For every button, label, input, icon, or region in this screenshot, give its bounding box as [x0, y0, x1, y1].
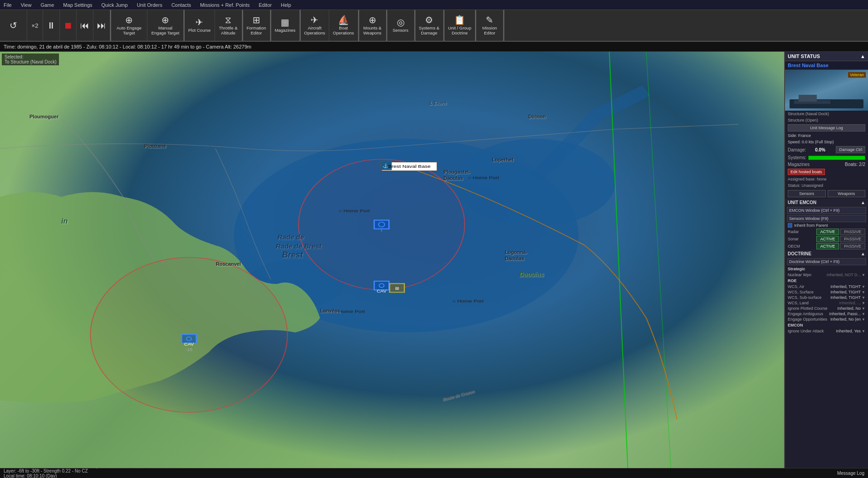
- engage-opportunities-row: Engage Opportunities Inherited, No (en ▼: [785, 317, 868, 322]
- sonar-active-button[interactable]: ACTIVE: [816, 236, 839, 242]
- plot-course-button[interactable]: ✈ Plot Course: [185, 10, 215, 41]
- refresh-button[interactable]: ↺: [0, 10, 27, 41]
- menubar: File View Game Map Settings Quick Jump U…: [0, 0, 868, 10]
- wcs-subsurface-label: WCS, Sub-surface: [788, 295, 822, 300]
- wcs-subsurface-arrow[interactable]: ▼: [862, 296, 865, 300]
- sonar-passive-button[interactable]: PASSIVE: [840, 236, 865, 242]
- oecm-active-button[interactable]: ACTIVE: [816, 243, 839, 249]
- menu-help[interactable]: Help: [279, 2, 293, 8]
- throttle-altitude-button[interactable]: ⧖ Throttle &Altitude: [215, 10, 242, 41]
- doctrine-window-button[interactable]: Doctrine Window (Ctrl + F9): [787, 258, 866, 265]
- wcs-air-value: Inherited, TIGHT ▼: [830, 284, 865, 289]
- mounts-weapons-button[interactable]: ⊕ Mounts &Weapons: [359, 10, 386, 41]
- menu-view[interactable]: View: [19, 2, 34, 8]
- throttle-icon: ⧖: [225, 15, 231, 24]
- magazines-button[interactable]: ▦ Magazines: [271, 10, 300, 41]
- menu-contacts[interactable]: Contacts: [170, 2, 193, 8]
- menu-missions[interactable]: Missions + Ref. Points: [198, 2, 251, 8]
- sensors-window-button[interactable]: Sensors Window (F9): [787, 215, 866, 222]
- rewind-button[interactable]: ⏮: [77, 10, 93, 41]
- unit-message-log-button[interactable]: Unit Message Log: [788, 124, 865, 132]
- nuclear-dropdown-arrow[interactable]: ▼: [862, 273, 865, 277]
- speed-indicator[interactable]: ×2: [27, 10, 43, 41]
- formation-icon: ⊞: [253, 15, 260, 24]
- doctrine-collapse-icon[interactable]: ▲: [861, 251, 865, 256]
- menu-game[interactable]: Game: [39, 2, 56, 8]
- sensors-panel-button[interactable]: Sensors: [788, 190, 826, 197]
- oecm-passive-button[interactable]: PASSIVE: [840, 243, 865, 249]
- status-layer: Layer: -6ft to -30ft - Strength 0.22 - N…: [4, 468, 837, 473]
- doctrine-title: DOCTRINE: [788, 251, 811, 256]
- engage-opportunities-label: Engage Opportunities: [788, 317, 827, 322]
- structure-state: Structure (Open): [788, 118, 818, 122]
- systems-bar: [808, 156, 865, 160]
- selected-info: Selected: To Structure (Naval Dock): [2, 54, 59, 65]
- weapons-panel-button[interactable]: Weapons: [828, 190, 866, 197]
- engage-opportunities-arrow[interactable]: ▼: [862, 317, 865, 322]
- wcs-air-val-text: Inherited, TIGHT: [830, 284, 861, 289]
- message-log-label[interactable]: Message Log: [837, 471, 864, 476]
- sonar-row: Sonar ACTIVE PASSIVE: [785, 235, 868, 243]
- damage-label: Damage:: [788, 147, 806, 152]
- emcon-collapse-icon[interactable]: ▲: [861, 200, 865, 205]
- sensors-window-label: Sensors Window (F9): [789, 216, 829, 221]
- inherit-parent-label: Inherit from Parent: [794, 223, 828, 228]
- auto-engage-button[interactable]: ⊕ Auto EngageTarget: [111, 10, 147, 41]
- sonar-label: Sonar: [788, 237, 806, 241]
- wcs-land-value: Inherited, ... ▼: [839, 301, 865, 305]
- inherit-parent-row: Inherit from Parent: [785, 223, 868, 228]
- structure-type: Structure (Naval Dock): [788, 112, 829, 116]
- wcs-surface-val-text: Inherited, TIGHT: [830, 290, 861, 294]
- boat-ops-button[interactable]: ⛵ BoatOperations: [329, 10, 358, 41]
- nuclear-row: Nuclear Wpn Inherited, NOT D... ▼: [785, 272, 868, 278]
- menu-editor[interactable]: Editor: [257, 2, 273, 8]
- manual-engage-button[interactable]: ⊕ ManualEngage Target: [147, 10, 184, 41]
- inherit-parent-checkbox[interactable]: [788, 223, 792, 228]
- boat-icon: ⛵: [338, 15, 349, 24]
- side-label: Side: France: [788, 133, 811, 138]
- doctrine-icon: 📋: [454, 15, 465, 24]
- engage-opportunities-val-text: Inherited, No (en: [830, 317, 861, 322]
- oecm-row: OECM ACTIVE PASSIVE: [785, 243, 868, 250]
- ignore-plotted-label: Ignore Plotted Course: [788, 306, 828, 311]
- edit-hosted-boats-button[interactable]: Edit hosted boats: [788, 169, 825, 175]
- radar-active-button[interactable]: ACTIVE: [816, 229, 839, 235]
- wcs-surface-arrow[interactable]: ▼: [862, 290, 865, 294]
- oecm-label: OECM: [788, 244, 806, 249]
- pause-button[interactable]: ⏸: [43, 10, 60, 41]
- mission-editor-button[interactable]: ✎ MissionEditor: [476, 10, 503, 41]
- ignore-attack-arrow[interactable]: ▼: [862, 329, 865, 333]
- plot-course-icon: ✈: [195, 18, 203, 27]
- menu-file[interactable]: File: [2, 2, 14, 8]
- magazines-value: Boats: 2/2: [845, 162, 865, 167]
- wcs-land-label: WCS, Land: [788, 301, 809, 305]
- emcon-window-button[interactable]: EMCON Window (Ctrl + F9): [787, 207, 866, 214]
- roe-row: ROE: [785, 278, 868, 284]
- systems-damage-button[interactable]: ⚙ Systems &Damage: [415, 10, 444, 41]
- time-display: Time: domingo, 21 de abril de 1985 - Zul…: [4, 44, 251, 49]
- sensors-button[interactable]: ◎ Sensors: [387, 10, 414, 41]
- ignore-plotted-arrow[interactable]: ▼: [862, 307, 865, 311]
- radar-controls: ACTIVE PASSIVE: [816, 229, 865, 235]
- aircraft-ops-button[interactable]: ✈ AircraftOperations: [301, 10, 329, 41]
- unit-name-row: Brest Naval Base: [785, 61, 868, 70]
- map-area[interactable]: × ⚓ Brest Naval Base CAV ⊞: [0, 52, 784, 468]
- menu-quick-jump[interactable]: Quick Jump: [100, 2, 130, 8]
- wcs-surface-label: WCS, Surface: [788, 290, 814, 294]
- engage-ambiguous-arrow[interactable]: ▼: [862, 312, 865, 316]
- unit-group-doctrine-button[interactable]: 📋 Unit / GroupDoctrine: [444, 10, 475, 41]
- formation-editor-button[interactable]: ⊞ FormationEditor: [243, 10, 270, 41]
- stop-button[interactable]: ⏹: [60, 10, 77, 41]
- radar-passive-button[interactable]: PASSIVE: [840, 229, 865, 235]
- emcon-title: UNIT EMCON: [788, 200, 816, 205]
- damage-ctrl-button[interactable]: Damage Ctrl: [836, 146, 865, 153]
- emcon-section-label: EMCON: [788, 323, 803, 327]
- forward-button[interactable]: ⏭: [93, 10, 110, 41]
- wcs-land-arrow[interactable]: ▼: [862, 301, 865, 305]
- collapse-icon[interactable]: ▲: [860, 54, 865, 59]
- wcs-air-arrow[interactable]: ▼: [862, 285, 865, 289]
- timebar: Time: domingo, 21 de abril de 1985 - Zul…: [0, 42, 868, 52]
- manual-engage-icon: ⊕: [161, 15, 169, 24]
- menu-map-settings[interactable]: Map Settings: [61, 2, 94, 8]
- menu-unit-orders[interactable]: Unit Orders: [135, 2, 164, 8]
